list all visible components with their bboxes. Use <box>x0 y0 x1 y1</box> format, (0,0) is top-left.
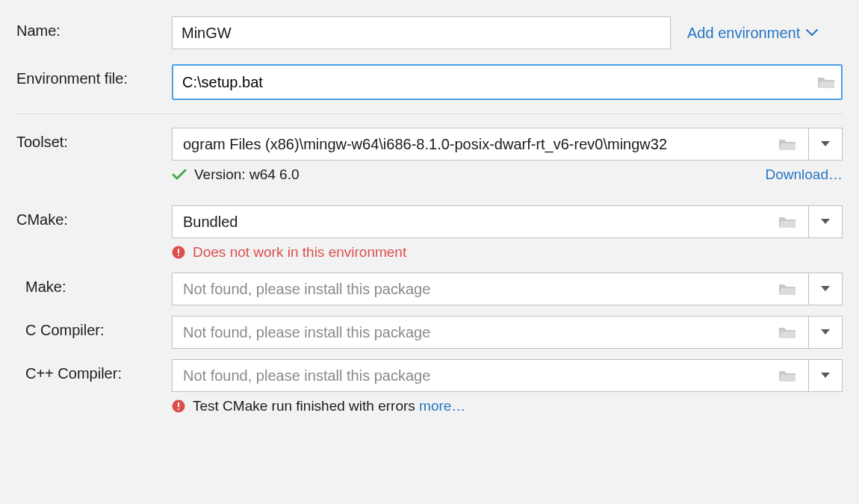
browse-env-file-button[interactable] <box>811 66 841 99</box>
folder-icon <box>817 75 835 90</box>
folder-icon <box>778 137 796 152</box>
folder-icon <box>778 214 796 229</box>
browse-cpp-compiler-button[interactable] <box>772 368 802 383</box>
error-icon <box>172 399 185 413</box>
folder-icon <box>778 325 796 340</box>
folder-icon <box>778 368 796 383</box>
toolset-version-text: Version: w64 6.0 <box>194 167 299 183</box>
caret-down-icon <box>821 286 830 292</box>
folder-icon <box>778 281 796 296</box>
make-dropdown-button[interactable] <box>808 273 843 305</box>
browse-toolset-button[interactable] <box>772 137 802 152</box>
c-compiler-label: C Compiler: <box>16 316 172 339</box>
check-icon <box>172 169 187 181</box>
caret-down-icon <box>821 141 830 147</box>
cmake-error-text: Does not work in this environment <box>193 244 406 261</box>
caret-down-icon <box>821 219 830 225</box>
environment-file-label: Environment file: <box>16 64 172 87</box>
separator <box>16 113 843 114</box>
more-link[interactable]: more… <box>419 398 465 414</box>
toolset-combo[interactable] <box>172 128 843 161</box>
toolset-dropdown-button[interactable] <box>808 128 843 161</box>
svg-rect-2 <box>178 255 179 256</box>
cmake-combo[interactable] <box>172 205 843 238</box>
download-link[interactable]: Download… <box>766 167 843 183</box>
cpp-compiler-label: C++ Compiler: <box>16 359 172 382</box>
add-environment-button[interactable]: Add environment <box>687 25 818 42</box>
toolset-input[interactable] <box>182 135 772 154</box>
make-input[interactable] <box>182 280 772 299</box>
error-icon <box>172 246 185 259</box>
caret-down-icon <box>821 373 830 379</box>
cpp-compiler-input[interactable] <box>182 367 772 385</box>
chevron-down-icon <box>806 29 818 37</box>
svg-rect-1 <box>178 249 179 254</box>
cmake-dropdown-button[interactable] <box>808 205 843 238</box>
cpp-compiler-combo[interactable] <box>172 359 843 392</box>
svg-rect-5 <box>178 408 179 410</box>
browse-c-compiler-button[interactable] <box>772 325 802 340</box>
test-run-error-text: Test CMake run finished with errors <box>193 398 415 414</box>
add-environment-label: Add environment <box>687 25 800 42</box>
environment-file-input[interactable] <box>173 66 811 99</box>
c-compiler-input[interactable] <box>182 323 772 342</box>
svg-rect-4 <box>178 402 179 408</box>
toolset-label: Toolset: <box>16 128 172 151</box>
browse-cmake-button[interactable] <box>772 214 802 229</box>
c-compiler-combo[interactable] <box>172 316 843 349</box>
environment-file-field[interactable] <box>172 64 843 100</box>
browse-make-button[interactable] <box>772 281 802 296</box>
make-label: Make: <box>16 273 172 296</box>
cmake-input[interactable] <box>182 213 772 231</box>
name-label: Name: <box>16 16 172 40</box>
c-compiler-dropdown-button[interactable] <box>808 316 843 349</box>
name-input[interactable] <box>172 16 671 49</box>
cpp-compiler-dropdown-button[interactable] <box>808 359 843 392</box>
make-combo[interactable] <box>172 273 843 305</box>
cmake-label: CMake: <box>16 205 172 228</box>
caret-down-icon <box>821 329 830 335</box>
